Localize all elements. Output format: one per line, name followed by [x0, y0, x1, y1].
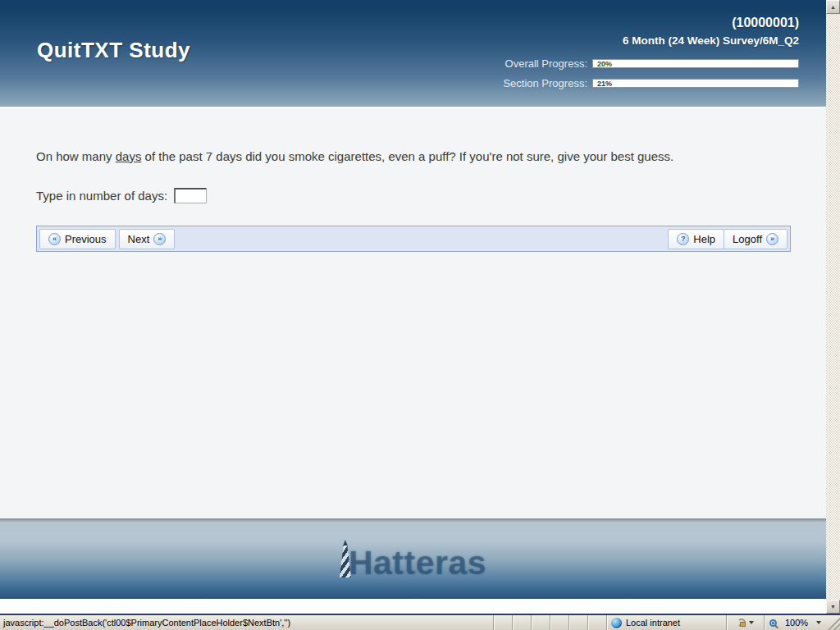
chevron-down-icon[interactable]: [816, 621, 821, 624]
statusbar-panel: [587, 615, 606, 630]
help-icon: ?: [677, 233, 689, 245]
scrollbar-track[interactable]: [826, 14, 840, 600]
next-icon: »: [153, 233, 166, 245]
question-text: On how many days of the past 7 days did …: [36, 149, 793, 163]
statusbar-panel: [550, 615, 568, 630]
logoff-icon: »: [766, 233, 778, 245]
statusbar-panel: [493, 615, 512, 630]
toolbar-right-group: ? Help Logoff »: [668, 229, 788, 249]
logoff-button-label: Logoff: [733, 233, 762, 245]
question-text-underlined: days: [116, 149, 142, 163]
help-button[interactable]: ? Help: [668, 229, 724, 249]
logoff-button[interactable]: Logoff »: [724, 229, 788, 249]
zoom-level-value: 100%: [785, 618, 808, 628]
zoom-control-panel[interactable]: 100%: [764, 615, 826, 630]
toolbar-left-group: « Previous Next »: [39, 229, 175, 249]
next-button[interactable]: Next »: [119, 229, 176, 249]
help-button-label: Help: [693, 233, 715, 245]
hatteras-logo: Hatteras: [340, 540, 486, 578]
scroll-down-button[interactable]: ▼: [826, 600, 840, 614]
answer-row: Type in number of days:: [36, 188, 826, 203]
lighthouse-icon: [340, 540, 351, 578]
days-input[interactable]: [174, 188, 207, 203]
days-input-label: Type in number of days:: [36, 189, 167, 203]
browser-viewport: QuitTXT Study (10000001) 6 Month (24 Wee…: [0, 0, 840, 614]
security-zone-panel: Local intranet: [606, 615, 726, 630]
overall-progress-row: Overall Progress: 20%: [503, 57, 799, 70]
protected-mode-icon: [737, 619, 746, 627]
intranet-globe-icon: [611, 618, 622, 628]
section-progress-row: Section Progress: 21%: [503, 77, 799, 89]
page-footer: Hatteras: [0, 518, 826, 599]
app-title: QuitTXT Study: [37, 38, 190, 63]
protected-mode-panel[interactable]: [726, 615, 764, 630]
chevron-down-icon[interactable]: [749, 621, 754, 624]
header-right-block: (10000001) 6 Month (24 Week) Survey/6M_Q…: [503, 16, 799, 89]
security-zone-label: Local intranet: [626, 618, 680, 628]
previous-button-label: Previous: [65, 233, 107, 245]
section-progress-bar: 21%: [592, 79, 799, 88]
progress-section: Overall Progress: 20% Section Progress: …: [503, 57, 799, 89]
scroll-up-button[interactable]: ▲: [826, 0, 840, 14]
status-text: javascript:__doPostBack('ctl00$PrimaryCo…: [0, 615, 493, 630]
page-header: QuitTXT Study (10000001) 6 Month (24 Wee…: [0, 0, 826, 109]
browser-status-bar: javascript:__doPostBack('ctl00$PrimaryCo…: [0, 614, 840, 630]
previous-icon: «: [48, 233, 61, 245]
question-text-after: of the past 7 days did you smoke cigaret…: [141, 149, 673, 163]
brand-text: Hatteras: [349, 550, 486, 578]
section-progress-label: Section Progress:: [503, 77, 587, 89]
survey-name: 6 Month (24 Week) Survey/6M_Q2: [503, 34, 799, 47]
overall-progress-label: Overall Progress:: [505, 57, 587, 70]
question-text-before: On how many: [36, 149, 116, 163]
main-content: On how many days of the past 7 days did …: [0, 109, 826, 518]
participant-id: (10000001): [503, 16, 799, 30]
statusbar-panel: [512, 615, 531, 630]
next-button-label: Next: [128, 233, 150, 245]
zoom-magnifier-icon: [769, 619, 777, 627]
previous-button[interactable]: « Previous: [39, 229, 116, 249]
overall-progress-bar: 20%: [592, 59, 799, 68]
resize-grip[interactable]: [826, 615, 840, 630]
vertical-scrollbar[interactable]: ▲ ▼: [826, 0, 840, 614]
overall-progress-percent: 20%: [597, 60, 612, 68]
statusbar-panel: [568, 615, 587, 630]
section-progress-percent: 21%: [597, 80, 612, 88]
survey-page: QuitTXT Study (10000001) 6 Month (24 Wee…: [0, 0, 826, 614]
navigation-toolbar: « Previous Next » ? Help Logoff: [36, 226, 791, 252]
footer-gap: [0, 599, 826, 614]
statusbar-panel: [531, 615, 550, 630]
